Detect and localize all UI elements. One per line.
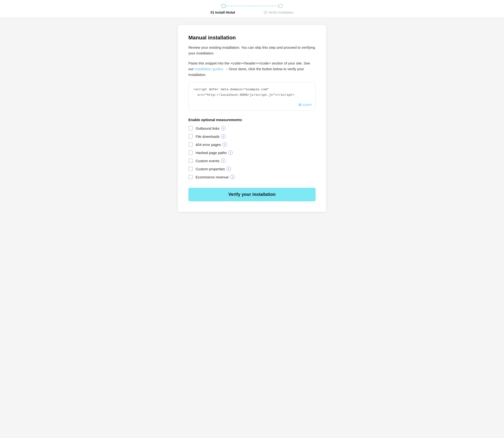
stepper (221, 4, 283, 8)
error-pages-checkbox[interactable] (188, 142, 193, 147)
file-downloads-label[interactable]: File downloads i (195, 134, 226, 139)
outbound-links-label[interactable]: Outbound links i (195, 126, 226, 130)
outbound-links-info-icon[interactable]: i (221, 126, 226, 130)
measurements-title: Enable optional measurements: (188, 118, 316, 122)
error-pages-label[interactable]: 404 error pages i (195, 142, 227, 147)
page-wrapper: 01 Install Histat 02 Verify installation… (0, 0, 504, 438)
custom-events-info-icon[interactable]: i (221, 159, 226, 163)
copy-label: COPY (303, 103, 312, 107)
outbound-links-checkbox[interactable] (188, 126, 193, 130)
description-paragraph-2: Paste this snippet into the <code><heade… (188, 60, 316, 78)
step1-circle (221, 4, 226, 8)
custom-events-checkbox[interactable] (188, 159, 193, 163)
code-snippet: <script defer data-domain="example.com" … (194, 87, 310, 98)
step-labels: 01 Install Histat 02 Verify installation (210, 11, 293, 14)
description-paragraph-1: Review your existing installation. You c… (188, 45, 316, 56)
list-item: Custom events i (188, 159, 316, 163)
list-item: Outbound links i (188, 126, 316, 130)
file-downloads-info-icon[interactable]: i (221, 134, 226, 139)
list-item: Custom properties i (188, 167, 316, 171)
step2-circle (278, 4, 283, 8)
hashed-paths-info-icon[interactable]: i (228, 151, 233, 155)
list-item: Hashed page paths i (188, 151, 316, 155)
ecommerce-revenue-info-icon[interactable]: i (230, 175, 235, 179)
custom-events-label[interactable]: Custom events i (195, 159, 226, 163)
copy-button[interactable]: ⧉ COPY (299, 103, 312, 107)
file-downloads-checkbox[interactable] (188, 134, 193, 139)
code-block-wrapper: <script defer data-domain="example.com" … (188, 82, 316, 110)
copy-icon: ⧉ (299, 103, 301, 107)
verify-installation-button[interactable]: Verify your installation (188, 188, 316, 201)
installation-guides-link[interactable]: installation guides. ↗ (195, 67, 229, 71)
custom-properties-info-icon[interactable]: i (227, 167, 231, 171)
custom-properties-checkbox[interactable] (188, 167, 193, 171)
list-item: Ecommerce revenue i (188, 175, 316, 179)
list-item: File downloads i (188, 134, 316, 139)
step1-label: 01 Install Histat (210, 11, 235, 14)
main-content-card: Manual installation Review your existing… (178, 25, 326, 212)
hashed-paths-label[interactable]: Hashed page paths i (195, 151, 233, 155)
top-bar: 01 Install Histat 02 Verify installation (0, 0, 504, 18)
custom-properties-label[interactable]: Custom properties i (195, 167, 231, 171)
error-pages-info-icon[interactable]: i (223, 142, 227, 147)
ecommerce-revenue-label[interactable]: Ecommerce revenue i (195, 175, 235, 179)
page-title: Manual installation (188, 35, 316, 41)
checkbox-list: Outbound links i File downloads i 404 er… (188, 126, 316, 179)
step-line (226, 6, 278, 6)
hashed-paths-checkbox[interactable] (188, 151, 193, 155)
ecommerce-revenue-checkbox[interactable] (188, 175, 193, 179)
external-link-icon: ↗ (226, 67, 228, 72)
list-item: 404 error pages i (188, 142, 316, 147)
step2-label: 02 Verify installation (264, 11, 294, 14)
